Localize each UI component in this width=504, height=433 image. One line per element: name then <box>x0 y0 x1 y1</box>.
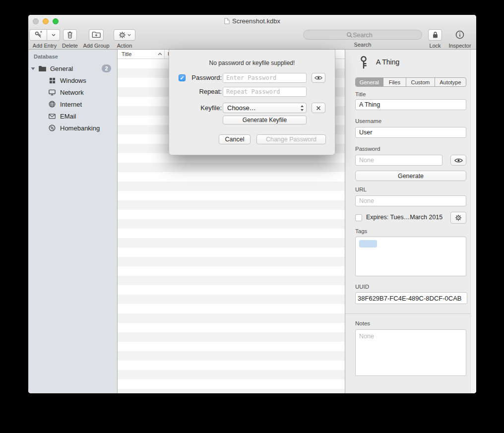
delete-button[interactable] <box>63 29 77 41</box>
window-title: Screenshot.kdbx <box>232 17 280 25</box>
column-label: Title <box>122 51 131 57</box>
notes-input[interactable] <box>356 330 466 375</box>
url-input[interactable] <box>355 195 466 206</box>
inspector-toggle-button[interactable] <box>455 29 464 41</box>
change-password-label: Change Password <box>266 136 316 143</box>
keyfile-popup-button[interactable]: Choose… <box>223 103 307 113</box>
sidebar-item-label: Windows <box>60 77 86 84</box>
window-chrome: Screenshot.kdbx Add Entry <box>28 15 476 50</box>
password-field-label: Password: <box>187 73 222 83</box>
tab-general[interactable]: General <box>356 78 383 86</box>
tags-box[interactable] <box>355 237 466 276</box>
toolbar-item-action: Action <box>109 29 140 49</box>
trash-icon <box>66 31 73 39</box>
gear-icon <box>119 31 126 39</box>
add-entry-label: Add Entry <box>29 43 60 49</box>
windows-icon <box>47 77 57 84</box>
check-icon: ✓ <box>180 75 184 81</box>
sidebar-item-network[interactable]: Network <box>28 86 117 98</box>
desktop-background: Screenshot.kdbx Add Entry <box>0 0 504 433</box>
sidebar-item-label: Network <box>60 89 84 96</box>
inspector-tabs: General Files Custom Autotype <box>355 77 466 87</box>
action-label: Action <box>109 43 140 49</box>
notes-label: Notes <box>355 320 370 326</box>
cancel-button[interactable]: Cancel <box>219 134 251 144</box>
lock-icon <box>432 31 439 39</box>
password-input[interactable] <box>223 73 307 83</box>
title-field-label: Title <box>355 91 366 97</box>
info-icon <box>455 30 464 39</box>
toolbar-item-search: Search <box>302 29 423 48</box>
action-button[interactable] <box>114 29 135 41</box>
generate-keyfile-label: Generate Keyfile <box>243 117 287 124</box>
password-field-label: Password <box>355 146 380 152</box>
toolbar: Add Entry Delete <box>28 28 476 50</box>
uuid-label: UUID <box>355 284 369 290</box>
sidebar-item-internet[interactable]: Internet <box>28 98 117 110</box>
expires-label: Expires: Tues…March 2015 <box>366 214 442 221</box>
title-input[interactable] <box>355 99 466 110</box>
percent-coin-icon <box>47 124 57 131</box>
add-group-button[interactable] <box>89 29 104 41</box>
entry-header: A Thing <box>357 56 399 68</box>
column-header-title[interactable]: Title <box>118 50 165 59</box>
repeat-field-label: Repeat: <box>187 87 222 97</box>
password-input[interactable] <box>355 155 442 166</box>
document-icon <box>224 18 230 24</box>
tab-label: Files <box>389 79 400 85</box>
key-icon <box>355 53 373 71</box>
section-divider <box>345 313 470 314</box>
clear-keyfile-button[interactable] <box>312 103 325 113</box>
repeat-password-input[interactable] <box>223 87 307 97</box>
generate-keyfile-button[interactable]: Generate Keyfile <box>223 116 307 124</box>
chevron-down-icon <box>127 34 131 36</box>
expires-settings-button[interactable] <box>450 212 466 224</box>
sidebar-item-email[interactable]: EMail <box>28 110 117 122</box>
username-input[interactable] <box>355 127 466 138</box>
disclosure-triangle-icon[interactable] <box>28 67 37 70</box>
tab-autotype[interactable]: Autotype <box>435 78 466 86</box>
uuid-field[interactable] <box>355 292 467 304</box>
sort-ascending-icon <box>158 53 162 56</box>
tab-label: Autotype <box>440 79 461 85</box>
add-entry-button[interactable] <box>29 29 47 41</box>
tab-label: Custom <box>411 79 430 85</box>
generate-label: Generate <box>398 173 424 180</box>
sidebar-item-label: EMail <box>60 113 76 120</box>
gear-icon <box>455 214 462 221</box>
inspector-label: Inspector <box>445 43 475 49</box>
username-field-label: Username <box>355 118 381 124</box>
sidebar-item-general[interactable]: General 2 <box>28 62 117 74</box>
tag-token[interactable] <box>359 240 377 247</box>
show-password-button[interactable] <box>450 155 466 166</box>
toolbar-item-inspector: Inspector <box>445 29 475 49</box>
entry-count-badge: 2 <box>102 64 111 72</box>
titlebar: Screenshot.kdbx <box>28 17 476 25</box>
search-field <box>303 30 422 40</box>
lock-button[interactable] <box>428 29 442 41</box>
show-password-button[interactable] <box>312 73 325 83</box>
eye-icon <box>454 158 463 163</box>
password-checkbox[interactable]: ✓ <box>179 74 186 81</box>
generate-password-button[interactable]: Generate <box>355 171 466 181</box>
app-window: Screenshot.kdbx Add Entry <box>28 15 476 393</box>
key-plus-icon <box>34 31 42 39</box>
keyfile-field-label: Keyfile: <box>187 103 222 113</box>
sidebar: Database General 2 Windows <box>28 50 118 393</box>
sidebar-item-windows[interactable]: Windows <box>28 74 117 86</box>
entry-title: A Thing <box>376 58 399 66</box>
search-input[interactable] <box>304 31 422 40</box>
inspector-panel: A Thing General Files Custom Autotype Ti… <box>345 50 476 393</box>
tab-files[interactable]: Files <box>383 78 407 86</box>
sidebar-item-homebanking[interactable]: Homebanking <box>28 122 117 134</box>
change-password-button[interactable]: Change Password <box>256 134 326 144</box>
tab-label: General <box>360 79 379 85</box>
sidebar-section-header: Database <box>34 54 58 60</box>
search-label: Search <box>302 42 423 48</box>
inspector-scrollbar[interactable] <box>470 50 476 393</box>
expires-checkbox[interactable] <box>355 214 362 221</box>
toolbar-item-lock: Lock <box>425 29 445 49</box>
cancel-label: Cancel <box>225 136 245 143</box>
tab-custom[interactable]: Custom <box>406 78 435 86</box>
envelope-icon <box>47 114 57 119</box>
